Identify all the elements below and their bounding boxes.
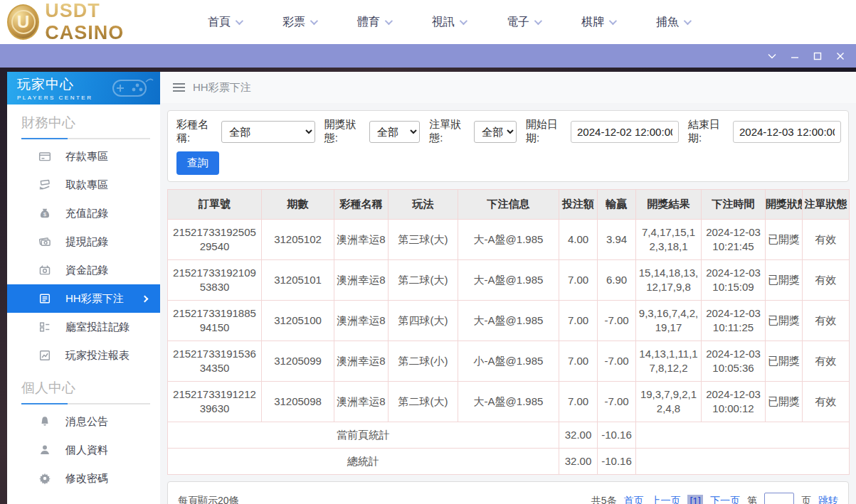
table-cell: 已開獎 bbox=[766, 301, 803, 341]
sidebar-item[interactable]: 取款專區 bbox=[7, 171, 160, 199]
sidebar-item[interactable]: 提現記錄 bbox=[7, 227, 160, 256]
nav-item[interactable]: 捕魚 bbox=[656, 15, 689, 30]
hamburger-menu-icon[interactable] bbox=[173, 83, 185, 92]
nav-item[interactable]: 電子 bbox=[507, 15, 540, 30]
site-logo[interactable]: U USDT CASINO bbox=[0, 0, 171, 44]
maximize-icon bbox=[813, 52, 822, 60]
table-cell: 已開獎 bbox=[766, 341, 803, 382]
jump-link[interactable]: 跳转 bbox=[818, 495, 838, 504]
sidebar-item[interactable]: $充值記錄 bbox=[7, 199, 160, 227]
table-cell: 2152173319121239630 bbox=[168, 382, 262, 422]
draw-status-select[interactable]: 全部 bbox=[369, 121, 420, 143]
table-cell: 2152173319250529540 bbox=[168, 220, 262, 260]
person-icon bbox=[38, 444, 51, 456]
sidebar-item[interactable]: 資金記錄 bbox=[7, 256, 160, 284]
table-cell: 有效 bbox=[803, 260, 850, 301]
withdraw-icon bbox=[38, 178, 51, 191]
filter-panel: 彩種名稱: 全部 開獎狀態: 全部 注單狀態: 全部 開始日期: 結束日期: 查… bbox=[167, 110, 849, 182]
chevron-down-icon bbox=[534, 17, 542, 25]
nav-item[interactable]: 體育 bbox=[357, 15, 391, 30]
nav-item[interactable]: 首頁 bbox=[208, 15, 241, 30]
sidebar-item-label: 廳室投註記錄 bbox=[65, 321, 130, 334]
window-minimize-button[interactable] bbox=[783, 47, 806, 65]
column-header: 輸贏 bbox=[598, 190, 636, 220]
table-cell: 2152173319210953830 bbox=[168, 260, 262, 301]
window-dropdown-button[interactable] bbox=[761, 47, 783, 65]
table-cell: 31205099 bbox=[262, 341, 334, 382]
sidebar-item[interactable]: 修改密碼 bbox=[7, 464, 160, 493]
table-cell: 9,3,16,7,4,2,19,17 bbox=[636, 301, 702, 341]
chevron-down-icon bbox=[768, 53, 776, 59]
summary-bet-total: 32.00 bbox=[559, 449, 598, 475]
prev-page-link[interactable]: 上一页 bbox=[650, 495, 680, 504]
table-row: 215217331915363435031205099澳洲幸运8第二球(小)小-… bbox=[168, 341, 850, 382]
chevron-right-icon bbox=[142, 295, 149, 302]
current-page-indicator[interactable]: [1] bbox=[687, 495, 703, 504]
sidebar-section-title: 個人中心 bbox=[7, 370, 160, 397]
sidebar-item[interactable]: 玩家投注報表 bbox=[7, 341, 160, 370]
next-page-link[interactable]: 下一页 bbox=[710, 495, 740, 504]
chevron-down-icon bbox=[310, 17, 318, 25]
summary-label: 當前頁統計 bbox=[168, 422, 559, 449]
summary-row: 當前頁統計32.00-10.16 bbox=[168, 422, 850, 449]
sidebar-header: 玩家中心 PLAYERS CENTER bbox=[7, 72, 160, 104]
order-status-select[interactable]: 全部 bbox=[474, 121, 517, 143]
table-cell: 澳洲幸运8 bbox=[334, 220, 389, 260]
sidebar-item-label: 消息公告 bbox=[65, 415, 108, 429]
table-cell: 澳洲幸运8 bbox=[334, 260, 389, 301]
page-prefix-label: 第 bbox=[747, 495, 757, 504]
table-cell: 6.90 bbox=[598, 260, 636, 301]
total-count-label: 共5条 bbox=[591, 495, 617, 504]
sidebar-item[interactable]: 消息公告 bbox=[7, 407, 160, 436]
nav-item-label: 棋牌 bbox=[581, 15, 604, 30]
table-cell: 7.00 bbox=[559, 382, 598, 422]
start-date-input[interactable] bbox=[571, 121, 679, 143]
logo-letter: U bbox=[11, 10, 36, 34]
end-date-label: 結束日期: bbox=[688, 118, 729, 145]
lottery-name-select[interactable]: 全部 bbox=[221, 121, 315, 143]
table-row: 215217331918859415031205100澳洲幸运8第四球(大)大-… bbox=[168, 301, 850, 341]
table-cell: 已開獎 bbox=[766, 260, 803, 301]
nav-item-label: 視訊 bbox=[432, 15, 455, 30]
table-cell: 2152173319153634350 bbox=[168, 341, 262, 382]
chevron-down-icon bbox=[460, 17, 467, 25]
chevron-down-icon bbox=[236, 17, 243, 25]
window-maximize-button[interactable] bbox=[806, 47, 829, 65]
nav-item-label: 體育 bbox=[357, 15, 380, 30]
sidebar-item[interactable]: HH彩票下注 bbox=[7, 284, 160, 313]
column-header: 投注額 bbox=[559, 190, 598, 220]
table-cell: 2152173319188594150 bbox=[168, 301, 262, 341]
nav-item[interactable]: 棋牌 bbox=[581, 15, 615, 30]
window-close-button[interactable] bbox=[829, 47, 852, 65]
table-row: 215217331925052954031205102澳洲幸运8第三球(大)大-… bbox=[168, 220, 850, 260]
sidebar-item[interactable]: 個人資料 bbox=[7, 436, 160, 464]
summary-label: 總統計 bbox=[168, 449, 559, 475]
table-cell: 有效 bbox=[803, 341, 850, 382]
page-number-input[interactable] bbox=[764, 493, 794, 504]
nav-item[interactable]: 視訊 bbox=[432, 15, 465, 30]
table-cell: 大-A盤@1.985 bbox=[458, 220, 559, 260]
bell-icon bbox=[38, 415, 51, 428]
first-page-link[interactable]: 首页 bbox=[623, 495, 643, 504]
sidebar-item[interactable]: 廳室投註記錄 bbox=[7, 313, 160, 341]
site-header: U USDT CASINO 首頁彩票體育視訊電子棋牌捕魚 bbox=[0, 0, 856, 44]
end-date-input[interactable] bbox=[733, 121, 841, 143]
table-cell: 2024-12-03 10:05:36 bbox=[702, 341, 766, 382]
main-content: HH彩票下注 彩種名稱: 全部 開獎狀態: 全部 注單狀態: 全部 開始日期: … bbox=[160, 72, 856, 504]
table-cell: 小-A盤@1.985 bbox=[458, 341, 559, 382]
search-button[interactable]: 查詢 bbox=[176, 151, 219, 175]
withdraw-record-icon bbox=[38, 235, 51, 248]
table-cell: 第二球(大) bbox=[389, 382, 458, 422]
sidebar-item-label: 修改密碼 bbox=[65, 472, 108, 486]
table-cell: 4.00 bbox=[559, 220, 598, 260]
column-header: 下注信息 bbox=[458, 190, 559, 220]
nav-item[interactable]: 彩票 bbox=[282, 15, 316, 30]
table-cell: 31205102 bbox=[262, 220, 334, 260]
table-cell: 31205101 bbox=[262, 260, 334, 301]
table-cell: 已開獎 bbox=[766, 220, 803, 260]
table-header-row: 訂單號期數彩種名稱玩法下注信息投注額輸贏開獎結果下注時間開獎狀態注單狀態 bbox=[168, 190, 850, 220]
summary-empty-cell bbox=[636, 449, 850, 475]
table-cell: 7.00 bbox=[559, 301, 598, 341]
section-divider bbox=[21, 138, 150, 139]
sidebar-item[interactable]: 存款專區 bbox=[7, 142, 160, 171]
